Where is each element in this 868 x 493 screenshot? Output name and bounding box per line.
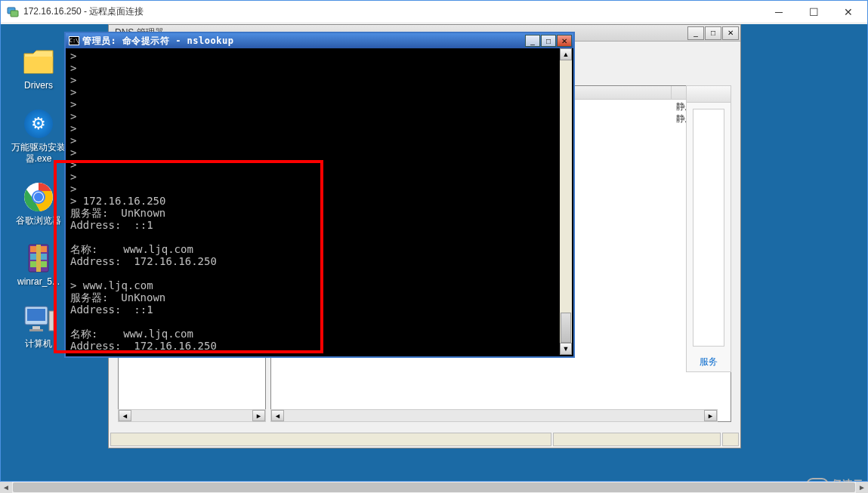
- bg-minimize-button[interactable]: _: [687, 26, 704, 40]
- svg-rect-1: [11, 11, 18, 17]
- cmd-titlebar[interactable]: C:\ 管理员: 命令提示符 - nslookup _ □ ✕: [66, 33, 573, 48]
- svg-rect-13: [32, 326, 40, 329]
- rdp-window-controls: ─ ☐ ✕: [761, 1, 866, 23]
- svg-point-5: [34, 193, 43, 202]
- resize-grip[interactable]: [722, 433, 739, 446]
- close-button[interactable]: ✕: [831, 1, 866, 23]
- cmd-maximize-button[interactable]: □: [541, 35, 556, 47]
- desktop-icon-winrar[interactable]: winrar_5...: [11, 243, 66, 288]
- remote-desktop[interactable]: Drivers ⚙ 万能驱动安装器.exe 谷歌浏览器 winrar_5... …: [1, 24, 867, 481]
- computer-icon: [22, 305, 55, 335]
- bg-maximize-button[interactable]: □: [705, 26, 721, 40]
- action-link[interactable]: 服务: [687, 353, 731, 371]
- scroll-down-icon[interactable]: ▼: [560, 343, 572, 355]
- desktop-icon-computer[interactable]: 计算机: [11, 305, 66, 350]
- cmd-vscrollbar[interactable]: ▲ ▼: [560, 48, 572, 355]
- desktop-icon-drivers[interactable]: Drivers: [11, 47, 66, 92]
- cmd-title: 管理员: 命令提示符 - nslookup: [82, 35, 522, 48]
- svg-rect-14: [29, 329, 43, 331]
- bg-close-button[interactable]: ✕: [722, 26, 739, 40]
- cmd-window[interactable]: C:\ 管理员: 命令提示符 - nslookup _ □ ✕ > > > > …: [64, 32, 575, 358]
- svg-rect-15: [49, 311, 54, 331]
- rdp-icon: [7, 6, 19, 18]
- cmd-minimize-button[interactable]: _: [525, 35, 540, 47]
- rdp-titlebar[interactable]: 172.16.16.250 - 远程桌面连接 ─ ☐ ✕: [1, 1, 867, 23]
- action-pane-toolbar: [687, 86, 731, 103]
- scroll-left-icon[interactable]: ◄: [119, 410, 131, 421]
- dns-action-pane[interactable]: 服务: [686, 85, 731, 372]
- scroll-right-icon[interactable]: ►: [704, 410, 717, 421]
- scroll-thumb[interactable]: [561, 313, 571, 343]
- dns-hscroll-area: ◄► ◄►: [118, 409, 718, 422]
- svg-rect-12: [27, 309, 45, 321]
- action-pane-body: [693, 109, 724, 347]
- scroll-left-icon[interactable]: ◄: [271, 410, 284, 421]
- rdp-title: 172.16.16.250 - 远程桌面连接: [23, 5, 761, 18]
- desktop-icon-driver-installer[interactable]: ⚙ 万能驱动安装器.exe: [11, 109, 66, 165]
- gear-icon: ⚙: [24, 109, 53, 138]
- desktop-icon-chrome[interactable]: 谷歌浏览器: [11, 182, 66, 227]
- minimize-button[interactable]: ─: [761, 1, 796, 23]
- chrome-icon: [23, 182, 54, 212]
- cmd-close-button[interactable]: ✕: [557, 35, 572, 47]
- hscroll-right[interactable]: ◄►: [270, 409, 718, 422]
- maximize-button[interactable]: ☐: [796, 1, 831, 23]
- scroll-up-icon[interactable]: ▲: [560, 48, 572, 60]
- scroll-right-icon[interactable]: ►: [252, 410, 265, 421]
- rdp-window: 172.16.16.250 - 远程桌面连接 ─ ☐ ✕ Drivers ⚙ 万…: [0, 0, 868, 482]
- desktop-icons: Drivers ⚙ 万能驱动安装器.exe 谷歌浏览器 winrar_5... …: [11, 47, 66, 367]
- cmd-window-controls: _ □ ✕: [525, 35, 572, 47]
- cmd-output[interactable]: > > > > > > > > > > > > > 172.16.16.250 …: [67, 48, 560, 355]
- cmd-icon: C:\: [69, 36, 79, 45]
- winrar-icon: [26, 243, 51, 273]
- svg-rect-10: [36, 245, 41, 272]
- hscroll-left[interactable]: ◄►: [118, 409, 266, 422]
- folder-icon: [23, 49, 54, 75]
- dns-statusbar: [109, 431, 740, 448]
